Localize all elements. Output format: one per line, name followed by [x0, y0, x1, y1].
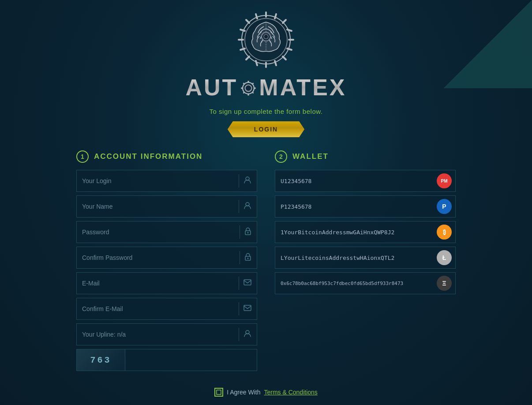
captcha-input[interactable]: [125, 349, 257, 371]
confirm-email-mail-icon: [244, 305, 251, 313]
brand-gear-letter: [238, 77, 259, 98]
pm-wallet-row: PM: [275, 170, 456, 192]
ltc-wallet-input[interactable]: [281, 247, 437, 268]
svg-line-28: [252, 92, 254, 94]
name-field-row: [76, 195, 257, 218]
payeer-badge: P: [437, 199, 452, 214]
agree-row: I Agree With Terms & Conditions: [214, 388, 318, 397]
brand-part1: AUT: [185, 74, 238, 101]
pm-badge: PM: [437, 173, 452, 188]
eth-wallet-input[interactable]: [281, 273, 437, 294]
payeer-wallet-input[interactable]: [281, 196, 437, 217]
svg-rect-40: [217, 390, 221, 394]
terms-conditions-link[interactable]: Terms & Conditions: [264, 389, 317, 396]
ltc-wallet-row: Ł: [275, 247, 456, 269]
login-divider: [239, 174, 239, 188]
account-section-title: ACCOUNT INFORMATION: [94, 152, 202, 161]
upline-input[interactable]: [82, 324, 234, 345]
checkbox-inner-icon: [216, 390, 221, 395]
svg-rect-38: [244, 305, 251, 311]
page-wrapper: AUT MATEX To sign up complete the: [0, 0, 532, 405]
agree-text: I Agree With: [227, 389, 260, 396]
name-person-icon: [244, 202, 251, 211]
login-button[interactable]: LOGIN: [228, 121, 304, 137]
account-section: 1 ACCOUNT INFORMATION: [76, 150, 257, 375]
login-input[interactable]: [82, 170, 234, 191]
login-field-row: [76, 170, 257, 192]
eth-badge: Ξ: [437, 276, 452, 291]
subtitle-text: To sign up complete the form below.: [210, 108, 323, 115]
btc-badge: ₿: [437, 225, 452, 240]
email-divider: [239, 277, 239, 290]
svg-point-22: [245, 85, 252, 91]
password-input[interactable]: [82, 221, 235, 243]
confirm-password-lock-icon: [244, 253, 251, 262]
account-section-number: 1: [76, 150, 89, 163]
brand-title: AUT MATEX: [185, 74, 346, 101]
confirm-password-input[interactable]: [82, 247, 235, 268]
password-divider: [240, 225, 240, 239]
confirm-email-field-row: [76, 298, 257, 320]
terms-checkbox[interactable]: [214, 388, 223, 397]
account-section-header: 1 ACCOUNT INFORMATION: [76, 150, 257, 163]
btc-wallet-row: ₿: [275, 221, 456, 243]
wallet-section-header: 2 WALLET: [275, 150, 456, 163]
pm-wallet-input[interactable]: [281, 170, 437, 191]
confirm-email-divider: [239, 302, 239, 315]
ltc-badge: Ł: [437, 250, 452, 265]
svg-rect-37: [244, 280, 251, 285]
upline-field-row: [76, 323, 257, 345]
name-divider: [239, 200, 239, 213]
btc-wallet-input[interactable]: [281, 221, 437, 243]
svg-point-20: [264, 34, 268, 39]
form-sections: 1 ACCOUNT INFORMATION: [76, 150, 456, 375]
eth-wallet-row: Ξ: [275, 272, 456, 294]
svg-point-36: [247, 258, 249, 259]
svg-line-30: [244, 92, 245, 94]
wallet-section: 2 WALLET PM P ₿ Ł: [275, 150, 456, 375]
upline-person-icon: [244, 330, 251, 339]
login-person-icon: [244, 176, 251, 186]
logo-area: AUT MATEX: [185, 9, 346, 101]
captcha-row: 763: [76, 349, 257, 371]
svg-point-34: [247, 232, 249, 233]
confirm-password-divider: [240, 251, 240, 264]
logo-gear-icon: [235, 9, 297, 71]
email-input[interactable]: [82, 273, 234, 294]
login-button-wrap: LOGIN: [228, 121, 304, 137]
confirm-email-input[interactable]: [82, 298, 234, 319]
svg-line-29: [252, 83, 254, 84]
password-lock-icon: [244, 227, 251, 237]
brand-part2: MATEX: [259, 74, 346, 101]
password-field-row: [76, 221, 257, 243]
payeer-wallet-row: P: [275, 195, 456, 218]
name-input[interactable]: [82, 196, 234, 217]
wallet-section-title: WALLET: [292, 152, 329, 161]
wallet-section-number: 2: [275, 150, 287, 163]
email-field-row: [76, 272, 257, 294]
captcha-image: 763: [77, 349, 125, 371]
svg-line-9: [246, 56, 249, 60]
svg-line-8: [283, 20, 286, 23]
svg-line-27: [244, 83, 245, 84]
upline-divider: [239, 328, 239, 341]
email-mail-icon: [244, 279, 251, 287]
svg-line-7: [283, 56, 286, 60]
svg-line-6: [246, 20, 249, 23]
confirm-password-field-row: [76, 247, 257, 269]
